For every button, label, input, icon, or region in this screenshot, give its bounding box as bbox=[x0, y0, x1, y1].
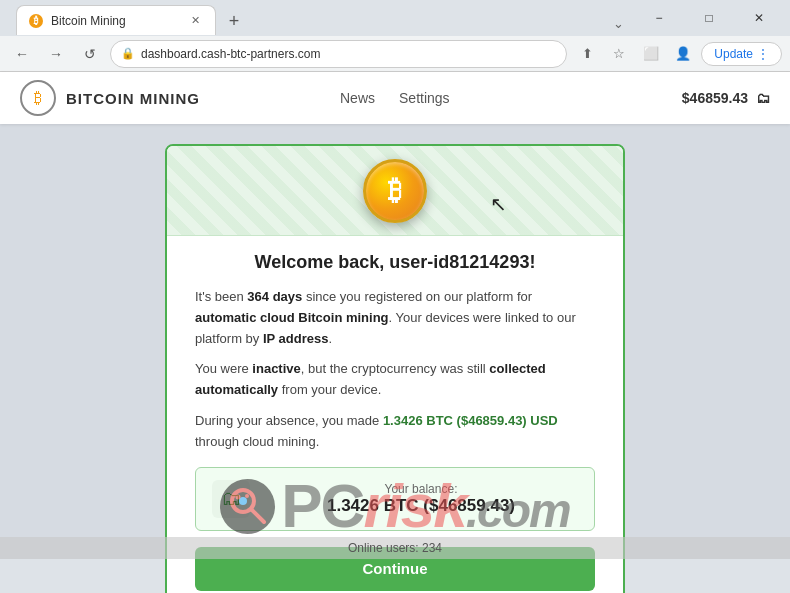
nav-news-link[interactable]: News bbox=[340, 90, 375, 106]
online-users-count: 234 bbox=[422, 541, 442, 555]
reload-button[interactable]: ↺ bbox=[76, 40, 104, 68]
browser-tab[interactable]: ₿ Bitcoin Mining ✕ bbox=[16, 5, 216, 35]
share-icon[interactable]: ⬆ bbox=[573, 40, 601, 68]
card-header: ₿ bbox=[167, 146, 623, 236]
nav-settings-link[interactable]: Settings bbox=[399, 90, 450, 106]
tab-title: Bitcoin Mining bbox=[51, 14, 126, 28]
website-content: ₿ BITCOIN MINING News Settings $46859.43… bbox=[0, 72, 790, 559]
paragraph-1: It's been 364 days since you registered … bbox=[195, 287, 595, 349]
window-controls: − □ ✕ bbox=[636, 2, 782, 34]
balance-label: Your balance: bbox=[264, 482, 578, 496]
logo-icon: ₿ bbox=[20, 80, 56, 116]
ip-address-text: IP address bbox=[263, 331, 329, 346]
new-tab-button[interactable]: + bbox=[220, 7, 248, 35]
address-bar-row: ← → ↺ 🔒 dashboard.cash-btc-partners.com … bbox=[0, 36, 790, 72]
days-count: 364 days bbox=[247, 289, 302, 304]
header-balance: $46859.43 🗂 bbox=[682, 90, 770, 106]
welcome-card: ₿ Welcome back, user-id81214293! It's be… bbox=[165, 144, 625, 593]
maximize-button[interactable]: □ bbox=[686, 2, 732, 34]
paragraph-3: During your absence, you made 1.3426 BTC… bbox=[195, 411, 595, 453]
balance-box: 🗂 Your balance: 1.3426 BTC ($46859.43) bbox=[195, 467, 595, 531]
profile-icon[interactable]: 👤 bbox=[669, 40, 697, 68]
tab-favicon: ₿ bbox=[29, 14, 43, 28]
tab-close-button[interactable]: ✕ bbox=[187, 13, 203, 29]
paragraph-2: You were inactive, but the cryptocurrenc… bbox=[195, 359, 595, 401]
btc-earned-text: 1.3426 BTC ($46859.43) USD bbox=[383, 413, 558, 428]
minimize-button[interactable]: − bbox=[636, 2, 682, 34]
balance-info: Your balance: 1.3426 BTC ($46859.43) bbox=[264, 482, 578, 516]
extensions-icon[interactable]: ⬜ bbox=[637, 40, 665, 68]
logo-text: BITCOIN MINING bbox=[66, 90, 200, 107]
title-bar: ₿ Bitcoin Mining ✕ + ⌄ − □ ✕ bbox=[0, 0, 790, 36]
update-button[interactable]: Update ⋮ bbox=[701, 42, 782, 66]
lock-icon: 🔒 bbox=[121, 47, 135, 60]
close-button[interactable]: ✕ bbox=[736, 2, 782, 34]
bookmark-icon[interactable]: ☆ bbox=[605, 40, 633, 68]
site-nav: ₿ BITCOIN MINING News Settings $46859.43… bbox=[0, 72, 790, 124]
wallet-icon: 🗂 bbox=[212, 480, 250, 518]
online-users-label: Online users: bbox=[348, 541, 419, 555]
forward-button[interactable]: → bbox=[42, 40, 70, 68]
inactive-text: inactive bbox=[252, 361, 300, 376]
bitcoin-coin-icon: ₿ bbox=[363, 159, 427, 223]
balance-amount: 1.3426 BTC ($46859.43) bbox=[264, 496, 578, 516]
back-button[interactable]: ← bbox=[8, 40, 36, 68]
url-bar[interactable]: 🔒 dashboard.cash-btc-partners.com bbox=[110, 40, 567, 68]
site-logo: ₿ BITCOIN MINING bbox=[20, 80, 200, 116]
bottom-bar: Online users: 234 bbox=[0, 537, 790, 559]
url-text: dashboard.cash-btc-partners.com bbox=[141, 47, 320, 61]
welcome-title: Welcome back, user-id81214293! bbox=[195, 252, 595, 273]
browser-window: ₿ Bitcoin Mining ✕ + ⌄ − □ ✕ ← → ↺ 🔒 das… bbox=[0, 0, 790, 72]
site-nav-links: News Settings bbox=[340, 90, 450, 106]
main-content: ₿ Welcome back, user-id81214293! It's be… bbox=[0, 124, 790, 593]
address-actions: ⬆ ☆ ⬜ 👤 Update ⋮ bbox=[573, 40, 782, 68]
auto-mining-text: automatic cloud Bitcoin mining bbox=[195, 310, 389, 325]
collected-text: collected automatically bbox=[195, 361, 546, 397]
folder-icon: 🗂 bbox=[756, 90, 770, 106]
